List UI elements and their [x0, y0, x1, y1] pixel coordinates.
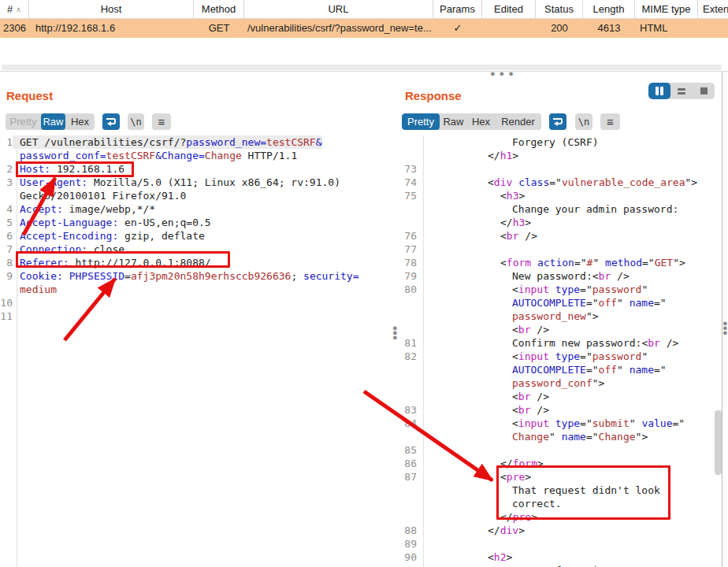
response-menu-button[interactable]: ≡ — [600, 113, 620, 130]
line-number: 88 — [402, 524, 417, 537]
line-text: password_conf"> — [417, 376, 604, 390]
tab-raw[interactable]: Raw — [41, 113, 65, 130]
tab-hex[interactable]: Hex — [65, 113, 95, 130]
code-line: AUTOCOMPLETE="off" name=" — [402, 296, 715, 309]
code-line: 83<br /> — [402, 403, 715, 417]
word-wrap-button[interactable] — [102, 113, 120, 130]
response-editor[interactable]: Forgery (CSRF)</h1>7374<div class="vulne… — [402, 135, 715, 567]
layout-columns-button[interactable] — [648, 83, 670, 99]
code-line: 77 — [402, 243, 715, 256]
line-text: <input type="submit" value=" — [417, 417, 685, 430]
cell-mime-type: HTML — [635, 19, 698, 38]
line-text: User-Agent: Mozilla/5.0 (X11; Linux x86_… — [13, 176, 340, 189]
inspector-edge-divider — [722, 72, 722, 567]
column-header-length[interactable]: Length — [583, 0, 635, 19]
line-number: 82 — [402, 350, 417, 363]
table-horizontal-scrollbar[interactable] — [2, 65, 722, 70]
table-row-selected[interactable]: 2306 http://192.168.1.6 GET /vulnerabili… — [0, 19, 728, 38]
line-number: 74 — [402, 176, 417, 189]
newline-toggle-button[interactable]: \n — [575, 113, 592, 130]
line-number — [0, 149, 13, 162]
line-text: </h3> — [417, 216, 531, 229]
line-number: 76 — [402, 229, 417, 243]
line-number: 10 — [0, 296, 13, 309]
word-wrap-icon — [106, 117, 117, 126]
line-text: </form> — [417, 457, 544, 470]
line-text: AUTOCOMPLETE="off" name=" — [417, 363, 667, 376]
newline-toggle-button[interactable]: \n — [128, 113, 144, 130]
editor-layout-switcher — [648, 83, 715, 99]
column-header-mime-type[interactable]: MIME type — [635, 0, 698, 19]
code-line: 87<pre> — [402, 470, 715, 484]
line-text: <form action="#" method="GET"> — [417, 256, 685, 269]
line-number: 2 — [0, 162, 13, 176]
code-line: 74<div class="vulnerable_code_area"> — [402, 176, 715, 189]
column-header-label: # — [7, 3, 13, 15]
line-number: 1 — [0, 135, 13, 149]
code-line: Change your admin password: — [402, 202, 715, 216]
line-text: </div> — [417, 524, 525, 537]
vertical-splitter-handle[interactable]: ●●● — [392, 325, 398, 339]
code-line: Change" name="Change"> — [402, 430, 715, 443]
line-number — [402, 376, 417, 390]
line-number: 3 — [0, 176, 13, 189]
inspector-splitter-handle[interactable]: ●●● — [722, 321, 728, 335]
horizontal-splitter-handle[interactable]: ● ● ● — [490, 69, 515, 78]
line-number: 9 — [0, 269, 13, 283]
code-line: 90<h2> — [402, 550, 715, 564]
line-number — [0, 189, 13, 202]
line-text: New password:<br /> — [417, 269, 630, 283]
cell-method: GET — [194, 19, 244, 38]
layout-single-button[interactable] — [693, 83, 715, 99]
tab-render[interactable]: Render — [495, 113, 541, 130]
line-number: 85 — [402, 443, 417, 457]
tab-hex[interactable]: Hex — [467, 113, 495, 130]
code-line: 11 — [0, 309, 392, 323]
code-line: 79New password:<br /> — [402, 269, 715, 283]
line-number: 84 — [402, 417, 417, 430]
line-number — [402, 323, 417, 336]
line-text: Accept-Encoding: gzip, deflate — [13, 229, 205, 243]
cell-status: 200 — [536, 19, 583, 38]
code-line: 84<input type="submit" value=" — [402, 417, 715, 430]
request-editor[interactable]: 1GET /vulnerabilities/csrf/?password_new… — [0, 135, 392, 323]
line-number — [402, 484, 417, 497]
code-line: 1GET /vulnerabilities/csrf/?password_new… — [0, 135, 392, 149]
line-number — [402, 390, 417, 403]
layout-rows-icon — [678, 88, 685, 94]
tab-raw[interactable]: Raw — [440, 113, 467, 130]
line-number — [402, 510, 417, 524]
line-text: </h1> — [417, 149, 518, 162]
tab-pretty[interactable]: Pretty — [6, 113, 41, 130]
line-text: Change your admin password: — [417, 202, 678, 216]
code-line: 4Accept: image/webp,*/* — [0, 202, 392, 216]
column-header-params[interactable]: Params — [433, 0, 482, 19]
code-line: </pre> — [402, 510, 715, 524]
line-text — [417, 443, 426, 457]
http-history-table: #∧ Host Method URL Params Edited Status … — [0, 0, 728, 38]
column-header-url[interactable]: URL — [244, 0, 433, 19]
code-line: 89 — [402, 537, 715, 550]
layout-columns-icon — [660, 87, 663, 95]
tab-pretty[interactable]: Pretty — [402, 113, 440, 130]
layout-rows-button[interactable] — [670, 83, 693, 99]
request-view-tabs: Pretty Raw Hex — [6, 113, 95, 130]
line-number — [402, 202, 417, 216]
burp-http-message-view: #∧ Host Method URL Params Edited Status … — [0, 0, 728, 567]
column-header-extension[interactable]: Extension — [698, 0, 728, 19]
line-text: Cookie: PHPSESSID=afj3pm20n58h9erhsccb92… — [13, 269, 359, 283]
request-menu-button[interactable]: ≡ — [152, 113, 171, 130]
line-text: <input type="password" — [417, 350, 648, 363]
column-header-number[interactable]: #∧ — [0, 0, 29, 19]
code-line: More Information — [402, 564, 715, 567]
line-text: Accept: image/webp,*/* — [13, 202, 155, 216]
column-header-method[interactable]: Method — [194, 0, 244, 19]
line-text: password_conf=testCSRF&Change=Change HTT… — [13, 149, 297, 162]
line-text: Change" name="Change"> — [417, 430, 648, 443]
code-line: 9Cookie: PHPSESSID=afj3pm20n58h9erhsccb9… — [0, 269, 392, 283]
word-wrap-button[interactable] — [549, 113, 566, 130]
column-header-edited[interactable]: Edited — [482, 0, 536, 19]
response-vertical-scrollbar[interactable] — [715, 410, 722, 475]
column-header-host[interactable]: Host — [29, 0, 194, 19]
column-header-status[interactable]: Status — [536, 0, 583, 19]
